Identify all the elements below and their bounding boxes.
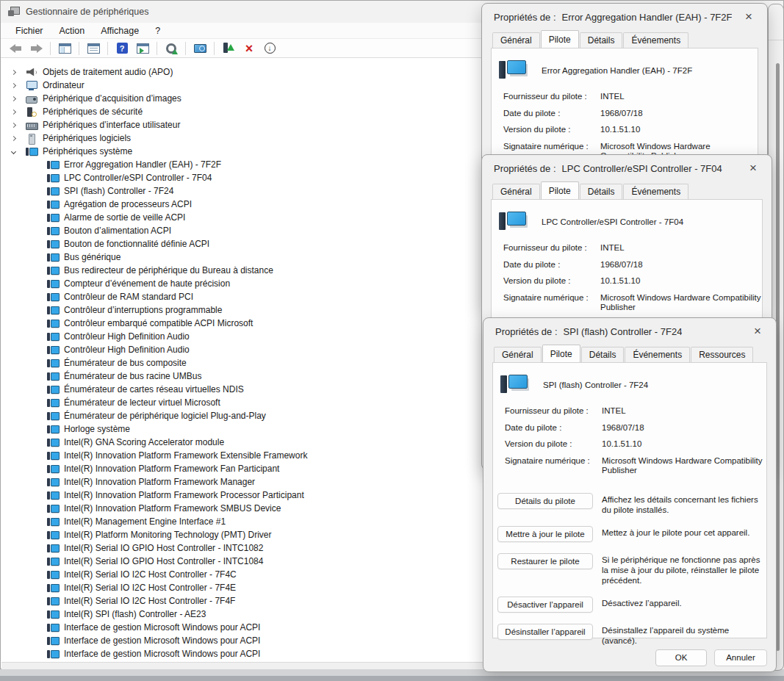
toolbar-button-properties[interactable]	[84, 40, 102, 57]
audio-device-icon	[26, 68, 37, 77]
tab-general[interactable]: Général	[494, 347, 542, 362]
ok-button[interactable]: OK	[655, 649, 707, 666]
tab-general[interactable]: Général	[492, 32, 540, 48]
tab-evenements[interactable]: Événements	[623, 184, 688, 199]
action-description: Mettez à jour le pilote pour cet apparei…	[602, 526, 766, 538]
tree-item-label: Périphériques système	[43, 146, 132, 156]
toolbar-button-back[interactable]	[7, 40, 24, 57]
restaurer-le-pilote-button[interactable]: Restaurer le pilote	[497, 553, 593, 569]
desactiver-l-appareil-button[interactable]: Désactiver l’appareil	[497, 597, 593, 613]
toolbar-button-export-list[interactable]	[134, 40, 151, 57]
driver-field-row: Signataire numérique :Microsoft Windows …	[505, 456, 766, 476]
tab-pilote[interactable]: Pilote	[542, 345, 580, 362]
system-device-icon	[47, 623, 59, 633]
device-icon	[500, 375, 527, 394]
device-name: SPI (flash) Controller - 7F24	[543, 381, 648, 389]
chevron-right-icon[interactable]	[7, 79, 19, 91]
tree-item-label: Compteur d’événement de haute précision	[64, 278, 230, 289]
tree-item-label: Périphériques logiciels	[43, 133, 131, 143]
system-device-icon	[47, 478, 59, 487]
tab-pilote[interactable]: Pilote	[541, 30, 579, 48]
driver-field-row: Version du pilote :10.1.51.10	[503, 276, 762, 287]
tab-ressources[interactable]: Ressources	[691, 347, 753, 362]
chevron-right-icon[interactable]	[7, 93, 19, 104]
toolbar-button-help[interactable]: ?	[113, 40, 131, 57]
system-device-icon	[47, 279, 59, 289]
tree-item-label: Intel(R) GNA Scoring Accelerator module	[64, 437, 224, 447]
menu-item-action[interactable]: Action	[52, 24, 93, 37]
tree-item-label: Périphériques d’interface utilisateur	[43, 120, 180, 130]
chevron-right-icon[interactable]	[7, 132, 19, 144]
tree-item-label: Énumérateur de lecteur virtuel Microsoft	[64, 397, 220, 408]
tab-details[interactable]: Détails	[581, 347, 625, 362]
chevron-right-icon[interactable]	[7, 119, 19, 131]
menu-item-?[interactable]: ?	[148, 24, 168, 37]
action-description: Affichez les détails concernant les fich…	[602, 493, 766, 515]
tab-pilote[interactable]: Pilote	[541, 181, 579, 199]
device-name: Error Aggregation Handler (EAH) - 7F2F	[542, 66, 692, 75]
driver-action-row: Détails du piloteAffichez les détails co…	[497, 493, 766, 515]
driver-actions: Détails du piloteAffichez les détails co…	[493, 483, 766, 646]
field-value: INTEL	[600, 243, 762, 253]
dialog-title: Propriétés de :LPC Controller/eSPI Contr…	[494, 163, 722, 174]
tree-item-label: Interface de gestion Microsoft Windows p…	[64, 649, 260, 659]
action-description: Si le périphérique ne fonctionne pas apr…	[602, 553, 766, 585]
field-value: 1968/07/18	[602, 423, 766, 433]
driver-field-row: Signataire numérique :Microsoft Windows …	[503, 293, 762, 313]
field-value: INTEL	[600, 92, 758, 102]
tab-strip: GénéralPiloteDétailsÉvénementsRessources	[483, 345, 776, 362]
tree-item-label: Interface de gestion Microsoft Windows p…	[64, 622, 260, 633]
tab-details[interactable]: Détails	[580, 32, 623, 48]
tree-item-label: Contrôleur d’interruptions programmable	[64, 305, 222, 315]
chevron-right-icon[interactable]	[7, 66, 19, 78]
field-value: Microsoft Windows Hardware Compatibility…	[602, 456, 766, 476]
close-icon[interactable]: ×	[741, 10, 757, 24]
tree-item-label: Intel(R) Management Engine Interface #1	[64, 516, 226, 527]
help-icon: ?	[117, 43, 128, 54]
toolbar-button-console-tree[interactable]	[56, 40, 73, 57]
tree-item-label: LPC Controller/eSPI Controller - 7F04	[64, 173, 212, 183]
close-icon[interactable]: ×	[745, 161, 761, 176]
toolbar-separator	[214, 42, 215, 55]
toolbar-separator	[79, 42, 79, 55]
driver-field-row: Date du pilote :1968/07/18	[503, 109, 758, 119]
menu-item-affichage[interactable]: Affichage	[93, 24, 146, 37]
tab-strip: GénéralPiloteDétailsÉvénements	[482, 181, 772, 199]
dialog-footer: OK Annuler	[483, 644, 776, 671]
tab-details[interactable]: Détails	[580, 184, 623, 199]
menu-item-fichier[interactable]: Fichier	[8, 24, 51, 37]
field-label: Version du pilote :	[503, 276, 600, 287]
toolbar-button-scan-hardware[interactable]	[162, 40, 180, 57]
desinstaller-l-appareil-button[interactable]: Désinstaller l’appareil	[497, 624, 593, 640]
tree-item-label: Bus générique	[64, 252, 121, 262]
properties-dialog-spi: Propriétés de :SPI (flash) Controller - …	[483, 317, 777, 672]
software-device-icon	[26, 134, 37, 143]
toolbar-button-disable-device[interactable]: ↓	[261, 40, 278, 57]
tree-item-label: Intel(R) Innovation Platform Framework E…	[64, 450, 307, 461]
tab-general[interactable]: Général	[492, 184, 540, 199]
export-list-icon	[137, 43, 149, 54]
properties-icon	[87, 43, 100, 54]
cancel-button[interactable]: Annuler	[714, 649, 767, 666]
system-device-icon	[47, 266, 59, 275]
close-icon[interactable]: ×	[749, 324, 766, 339]
chevron-right-icon[interactable]	[7, 106, 19, 118]
toolbar-button-update-driver[interactable]	[220, 40, 237, 57]
chevron-down-icon[interactable]	[7, 145, 19, 157]
action-description: Désinstallez l’appareil du système (avan…	[602, 624, 766, 646]
details-du-pilote-button[interactable]: Détails du pilote	[497, 493, 593, 509]
tab-evenements[interactable]: Événements	[625, 347, 690, 362]
mettre-a-jour-le-pilote-button[interactable]: Mettre à jour le pilote	[497, 526, 593, 542]
driver-tab-page: SPI (flash) Controller - 7F24 Fournisseu…	[492, 362, 767, 638]
dialog-title: Propriétés de :Error Aggregation Handler…	[494, 12, 732, 23]
tab-evenements[interactable]: Événements	[623, 32, 688, 48]
uninstall-device-icon: ×	[245, 43, 253, 54]
tree-item-label: Intel(R) Platform Monitoring Technology …	[64, 530, 272, 540]
toolbar-button-uninstall-device[interactable]: ×	[240, 40, 258, 57]
tree-item-label: Contrôleur de RAM standard PCI	[64, 292, 193, 302]
toolbar-button-remote-desktop[interactable]	[191, 40, 209, 57]
tree-item-label: Intel(R) Serial IO I2C Host Controller -…	[64, 596, 235, 606]
dialog-titlebar: Propriétés de :SPI (flash) Controller - …	[483, 318, 776, 345]
field-label: Date du pilote :	[503, 260, 600, 270]
toolbar-button-forward[interactable]	[27, 40, 45, 57]
